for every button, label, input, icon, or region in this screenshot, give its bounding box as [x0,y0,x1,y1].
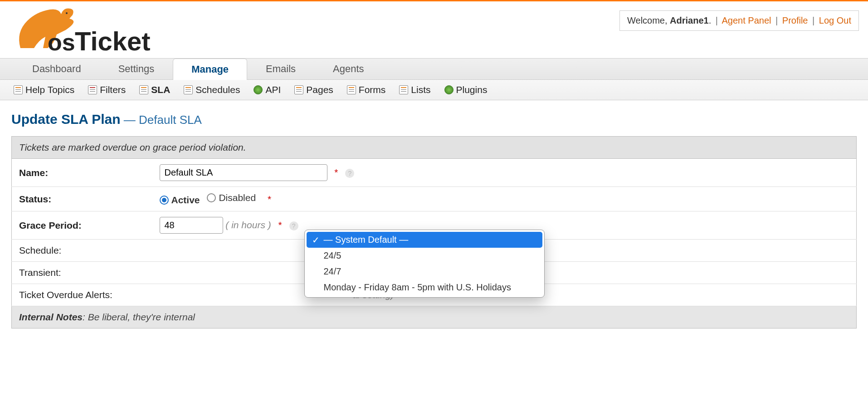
user-bar: Welcome, Adriane1. | Agent Panel | Profi… [619,10,859,31]
tab-dashboard[interactable]: Dashboard [14,58,100,79]
help-icon[interactable]: ? [289,221,298,230]
sla-icon [139,85,148,94]
subnav-sla[interactable]: SLA [139,84,170,95]
grace-label: Grace Period: [12,211,152,240]
filter-icon [88,85,97,94]
subnav-forms[interactable]: Forms [347,84,386,95]
page-title: Update SLA Plan — Default SLA [11,112,857,127]
lists-icon [399,85,408,94]
main-nav: Dashboard Settings Manage Emails Agents [0,58,868,80]
pages-icon [294,85,303,94]
row-schedule: Schedule: ? — System Default — 24/5 24/7… [12,240,857,262]
plugins-icon [444,85,454,94]
tab-settings[interactable]: Settings [100,58,173,79]
grace-input[interactable] [160,217,223,234]
help-icon[interactable]: ? [345,169,354,178]
subnav-api[interactable]: API [254,84,281,95]
row-internal-notes-header: Internal Notes: Be liberal, they're inte… [12,306,857,328]
schedule-icon [184,85,193,94]
content: Update SLA Plan — Default SLA Tickets ar… [0,100,868,340]
subnav-schedules[interactable]: Schedules [184,84,240,95]
radio-unchecked-icon [207,193,216,202]
row-status: Status: Active Disabled * [12,187,857,211]
schedule-option-mon-fri[interactable]: Monday - Friday 8am - 5pm with U.S. Holi… [307,279,542,295]
grace-hint: ( in hours ) [225,220,271,230]
status-label: Status: [12,187,152,211]
section-header: Tickets are marked overdue on grace peri… [12,137,857,159]
status-disabled-radio[interactable]: Disabled [207,192,256,203]
internal-notes-label: Internal Notes [19,312,83,322]
subnav-pages[interactable]: Pages [294,84,333,95]
sub-nav: Help Topics Filters SLA Schedules API Pa… [0,80,868,100]
overdue-label: Ticket Overdue Alerts: [12,284,152,306]
header: os Ticket Welcome, Adriane1. | Agent Pan… [0,1,868,58]
schedule-label: Schedule: [12,240,152,262]
required-asterisk: * [330,167,338,177]
subnav-lists[interactable]: Lists [399,84,430,95]
radio-checked-icon [160,196,169,205]
required-asterisk: * [274,220,282,230]
profile-link[interactable]: Profile [782,15,808,25]
schedule-option-24-5[interactable]: 24/5 [307,248,542,264]
tab-manage[interactable]: Manage [173,59,247,80]
tab-emails[interactable]: Emails [247,58,314,79]
internal-notes-hint: : Be liberal, they're internal [83,312,195,322]
tab-agents[interactable]: Agents [314,58,383,79]
status-active-radio[interactable]: Active [160,195,200,206]
subnav-plugins[interactable]: Plugins [444,84,488,95]
agent-panel-link[interactable]: Agent Panel [722,15,771,25]
svg-text:os: os [48,29,75,55]
subnav-filters[interactable]: Filters [88,84,126,95]
logout-link[interactable]: Log Out [819,15,851,25]
sla-form: Tickets are marked overdue on grace peri… [11,136,857,328]
transient-label: Transient: [12,262,152,284]
subnav-help-topics[interactable]: Help Topics [14,84,74,95]
page-icon [14,85,23,94]
svg-point-0 [66,12,68,14]
name-label: Name: [12,159,152,187]
welcome-text: Welcome, Adriane1. [627,15,711,25]
logo[interactable]: os Ticket [11,5,156,57]
name-input[interactable] [160,164,327,181]
api-icon [254,85,263,94]
schedule-dropdown[interactable]: — System Default — 24/5 24/7 Monday - Fr… [304,230,545,298]
svg-text:Ticket: Ticket [75,26,151,55]
schedule-option-system-default[interactable]: — System Default — [307,232,542,248]
schedule-option-24-7[interactable]: 24/7 [307,264,542,279]
required-asterisk: * [263,194,271,204]
forms-icon [347,85,356,94]
row-name: Name: * ? [12,159,857,187]
